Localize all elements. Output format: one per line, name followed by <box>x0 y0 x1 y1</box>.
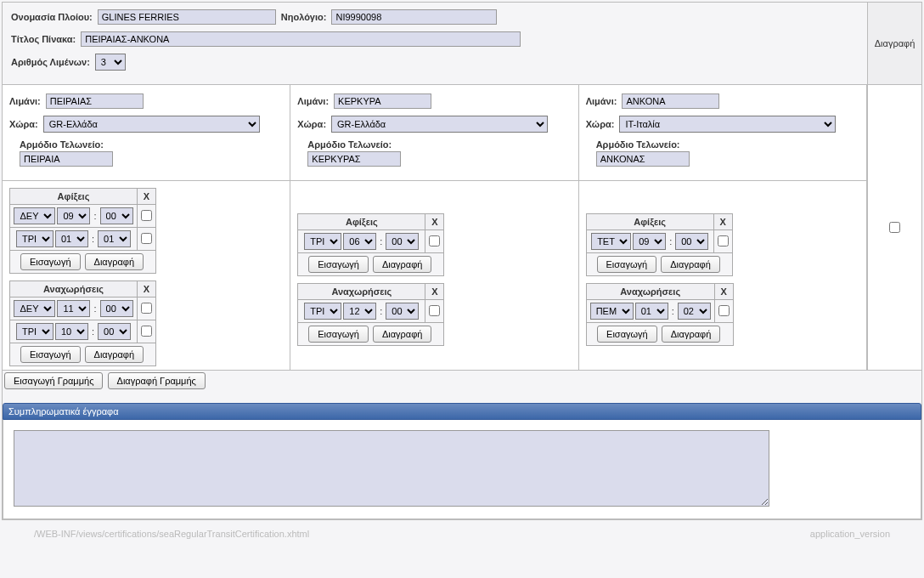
country-label: Χώρα: <box>586 119 615 129</box>
ports-count-label: Αριθμός Λιμένων: <box>11 57 90 67</box>
minute-select[interactable]: 00 <box>386 303 419 320</box>
insert-line-button[interactable]: Εισαγωγή Γραμμής <box>4 372 103 389</box>
delete-row-cell <box>867 85 921 371</box>
departures-header: Αναχωρήσεις <box>10 281 138 298</box>
row-checkbox[interactable] <box>429 305 440 316</box>
port-column-3: Λιμάνι: Χώρα: IT-Ιταλία Αρμόδιο Τελωνείο… <box>579 85 867 371</box>
customs-input[interactable] <box>307 151 401 167</box>
insert-button[interactable]: Εισαγωγή <box>597 256 657 273</box>
row-checkbox[interactable] <box>718 235 729 246</box>
customs-input[interactable] <box>20 151 113 167</box>
minute-select[interactable]: 00 <box>675 233 708 250</box>
ports-count-select[interactable]: 3 <box>95 54 126 71</box>
hour-select[interactable]: 01 <box>55 230 88 247</box>
delete-button[interactable]: Διαγραφή <box>85 253 144 270</box>
departures-table: ΑναχωρήσειςX ΠΕΜ 01: 02 Εισαγωγή Διαγραφ… <box>586 283 734 346</box>
table-row: ΤΡΙ 01: 01 <box>10 228 156 251</box>
day-select[interactable]: ΤΡΙ <box>16 323 54 340</box>
footer: /WEB-INF/views/certifications/seaRegular… <box>0 522 924 546</box>
departures-header: Αναχωρήσεις <box>298 284 425 300</box>
row-checkbox[interactable] <box>718 305 730 316</box>
delete-button[interactable]: Διαγραφή <box>662 326 721 343</box>
docs-textarea[interactable] <box>14 430 769 507</box>
row-checkbox[interactable] <box>429 235 440 246</box>
country-label: Χώρα: <box>297 119 326 129</box>
hour-select[interactable]: 06 <box>343 233 376 250</box>
day-select[interactable]: ΠΕΜ <box>590 303 634 320</box>
table-row: ΔΕΥ 11: 00 <box>10 298 156 320</box>
registry-input[interactable] <box>331 9 497 25</box>
port-name-input[interactable] <box>46 94 144 109</box>
country-select[interactable]: GR-Ελλάδα <box>331 116 548 133</box>
ship-name-input[interactable] <box>98 9 276 25</box>
line-buttons: Εισαγωγή Γραμμής Διαγραφή Γραμμής <box>3 371 921 391</box>
day-select[interactable]: ΔΕΥ <box>14 207 55 224</box>
hour-select[interactable]: 09 <box>633 233 666 250</box>
port-name-input[interactable] <box>334 94 431 109</box>
ship-name-label: Ονομασία Πλοίου: <box>11 12 93 22</box>
customs-label: Αρμόδιο Τελωνείο: <box>596 139 680 150</box>
port-label: Λιμάνι: <box>297 96 329 106</box>
row-checkbox[interactable] <box>141 233 152 244</box>
insert-button[interactable]: Εισαγωγή <box>308 326 369 343</box>
day-select[interactable]: ΤΡΙ <box>304 303 341 320</box>
x-header: X <box>713 214 732 230</box>
minute-select[interactable]: 00 <box>98 323 131 340</box>
port-column-1: Λιμάνι: Χώρα: GR-Ελλάδα Αρμόδιο Τελωνείο… <box>3 85 290 371</box>
customs-label: Αρμόδιο Τελωνείο: <box>20 139 104 150</box>
insert-button[interactable]: Εισαγωγή <box>20 253 81 270</box>
minute-select[interactable]: 01 <box>98 230 131 247</box>
footer-path: /WEB-INF/views/certifications/seaRegular… <box>34 529 309 539</box>
day-select[interactable]: ΤΕΤ <box>591 233 631 250</box>
hour-select[interactable]: 01 <box>635 303 668 320</box>
insert-button[interactable]: Εισαγωγή <box>308 256 369 273</box>
minute-select[interactable]: 00 <box>100 300 133 317</box>
country-label: Χώρα: <box>9 119 38 129</box>
insert-button[interactable]: Εισαγωγή <box>597 326 657 343</box>
delete-line-button[interactable]: Διαγραφή Γραμμής <box>108 372 206 389</box>
table-title-input[interactable] <box>81 31 521 47</box>
day-select[interactable]: ΤΡΙ <box>304 233 341 250</box>
departures-table: ΑναχωρήσειςX ΤΡΙ 12: 00 Εισαγωγή Διαγραφ… <box>297 283 444 346</box>
hour-select[interactable]: 11 <box>57 300 90 317</box>
minute-select[interactable]: 00 <box>386 233 419 250</box>
header-row: Ονομασία Πλοίου: Νηολόγιο: Τίτλος Πίνακα… <box>3 3 921 85</box>
delete-button[interactable]: Διαγραφή <box>373 256 432 273</box>
minute-select[interactable]: 00 <box>100 207 133 224</box>
customs-label: Αρμόδιο Τελωνείο: <box>307 139 392 150</box>
header-form: Ονομασία Πλοίου: Νηολόγιο: Τίτλος Πίνακα… <box>3 3 867 84</box>
row-checkbox[interactable] <box>141 303 152 314</box>
delete-button[interactable]: Διαγραφή <box>373 326 432 343</box>
arrivals-table: ΑφίξειςX ΤΕΤ 09: 00 Εισαγωγή Διαγραφή <box>586 213 733 276</box>
port-label: Λιμάνι: <box>586 96 617 106</box>
row-delete-checkbox[interactable] <box>889 222 900 233</box>
table-title-label: Τίτλος Πίνακα: <box>11 34 76 44</box>
day-select[interactable]: ΔΕΥ <box>14 300 55 317</box>
customs-input[interactable] <box>596 151 690 167</box>
main-panel: Ονομασία Πλοίου: Νηολόγιο: Τίτλος Πίνακα… <box>2 2 922 520</box>
minute-select[interactable]: 02 <box>678 303 711 320</box>
day-select[interactable]: ΤΡΙ <box>16 230 54 247</box>
country-select[interactable]: IT-Ιταλία <box>619 116 836 133</box>
ports-row: Λιμάνι: Χώρα: GR-Ελλάδα Αρμόδιο Τελωνείο… <box>3 85 921 371</box>
arrivals-table: ΑφίξειςX ΤΡΙ 06: 00 Εισαγωγή Διαγραφή <box>297 213 444 276</box>
x-header: X <box>425 284 444 300</box>
hour-select[interactable]: 09 <box>57 207 90 224</box>
table-row: ΤΡΙ 10: 00 <box>10 320 156 343</box>
hour-select[interactable]: 10 <box>55 323 88 340</box>
row-checkbox[interactable] <box>141 210 152 221</box>
header-delete-cell: Διαγραφή <box>867 3 921 84</box>
hour-select[interactable]: 12 <box>343 303 376 320</box>
table-row: ΔΕΥ 09: 00 <box>10 205 156 228</box>
delete-button[interactable]: Διαγραφή <box>85 346 144 363</box>
table-row: ΠΕΜ 01: 02 <box>586 300 733 323</box>
port-name-input[interactable] <box>622 94 719 109</box>
arrivals-table: ΑφίξειςX ΔΕΥ 09: 00 ΤΡΙ 01: 01 <box>9 188 156 274</box>
docs-panel-header: Συμπληρωματικά έγγραφα <box>3 403 921 420</box>
insert-button[interactable]: Εισαγωγή <box>20 346 81 363</box>
registry-label: Νηολόγιο: <box>281 12 327 22</box>
delete-column-label: Διαγραφή <box>875 38 916 48</box>
row-checkbox[interactable] <box>141 326 152 337</box>
delete-button[interactable]: Διαγραφή <box>661 256 720 273</box>
country-select[interactable]: GR-Ελλάδα <box>43 116 260 133</box>
